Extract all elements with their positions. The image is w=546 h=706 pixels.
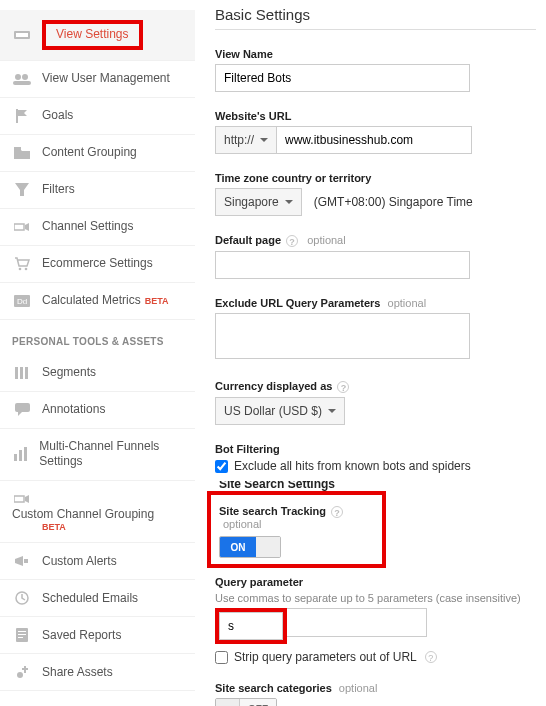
svg-point-26 bbox=[17, 672, 23, 678]
categories-label: Site search categories bbox=[215, 682, 332, 694]
nav-calculated-metrics[interactable]: Dd Calculated Metrics BETA bbox=[0, 283, 195, 320]
default-page-input[interactable] bbox=[215, 251, 470, 279]
nav-segments[interactable]: Segments bbox=[0, 355, 195, 392]
categories-toggle[interactable]: OFF bbox=[215, 698, 277, 706]
help-icon[interactable]: ? bbox=[337, 381, 349, 393]
bot-filtering-text: Exclude all hits from known bots and spi… bbox=[234, 459, 471, 473]
nav-custom-channel[interactable]: Custom Channel Grouping BETA bbox=[0, 481, 195, 544]
help-icon[interactable]: ? bbox=[286, 235, 298, 247]
nav-saved-reports[interactable]: Saved Reports bbox=[0, 617, 195, 654]
nav-channel-settings[interactable]: Channel Settings bbox=[0, 209, 195, 246]
nav-user-management[interactable]: View User Management bbox=[0, 61, 195, 98]
svg-rect-20 bbox=[24, 559, 28, 563]
nav-scheduled-emails[interactable]: Scheduled Emails bbox=[0, 580, 195, 617]
svg-rect-17 bbox=[19, 450, 22, 461]
nav-label: Share Assets bbox=[42, 665, 113, 681]
field-bot-filtering: Bot Filtering Exclude all hits from know… bbox=[215, 443, 536, 473]
nav-content-grouping[interactable]: Content Grouping bbox=[0, 135, 195, 172]
svg-rect-25 bbox=[18, 637, 23, 638]
nav-label: Saved Reports bbox=[42, 628, 121, 644]
cart-icon bbox=[12, 256, 32, 272]
nav-annotations[interactable]: Annotations bbox=[0, 392, 195, 429]
svg-rect-4 bbox=[13, 81, 31, 85]
view-name-input[interactable] bbox=[215, 64, 470, 92]
protocol-select[interactable]: http:// bbox=[215, 126, 277, 154]
users-icon bbox=[12, 71, 32, 87]
strip-query-label: Strip query parameters out of URL bbox=[234, 650, 417, 664]
funnel-icon bbox=[12, 182, 32, 198]
exclude-params-input[interactable] bbox=[215, 313, 470, 359]
nav-label: Multi-Channel Funnels Settings bbox=[39, 439, 183, 470]
nav-label: Filters bbox=[42, 182, 75, 198]
svg-rect-16 bbox=[14, 454, 17, 461]
site-search-toggle[interactable]: ON bbox=[219, 536, 281, 558]
timezone-country-select[interactable]: Singapore bbox=[215, 188, 302, 216]
sidebar: View Settings View User Management Goals… bbox=[0, 0, 195, 706]
svg-point-3 bbox=[22, 74, 28, 80]
svg-point-2 bbox=[15, 74, 21, 80]
svg-rect-6 bbox=[14, 147, 21, 150]
default-page-label: Default page bbox=[215, 234, 281, 246]
nav-share-assets[interactable]: Share Assets bbox=[0, 654, 195, 691]
query-param-input[interactable] bbox=[219, 612, 283, 640]
svg-rect-14 bbox=[25, 367, 28, 379]
nav-custom-alerts[interactable]: Custom Alerts bbox=[0, 543, 195, 580]
svg-rect-12 bbox=[15, 367, 18, 379]
svg-rect-13 bbox=[20, 367, 23, 379]
segments-icon bbox=[12, 365, 32, 381]
bars-icon bbox=[12, 446, 29, 462]
website-url-input[interactable] bbox=[277, 126, 472, 154]
metrics-icon: Dd bbox=[12, 293, 32, 309]
field-website-url: Website's URL http:// bbox=[215, 110, 536, 154]
nav-label: Ecommerce Settings bbox=[42, 256, 153, 272]
nav-mcf[interactable]: Multi-Channel Funnels Settings bbox=[0, 429, 195, 481]
field-view-name: View Name bbox=[215, 48, 536, 92]
caret-down-icon bbox=[260, 138, 268, 142]
nav-goals[interactable]: Goals bbox=[0, 98, 195, 135]
nav-ecommerce[interactable]: Ecommerce Settings bbox=[0, 246, 195, 283]
megaphone-icon bbox=[12, 553, 32, 569]
nav-label: Annotations bbox=[42, 402, 105, 418]
main-content: Basic Settings View Name Website's URL h… bbox=[195, 0, 546, 706]
svg-point-8 bbox=[19, 267, 22, 270]
highlight-query-input bbox=[215, 608, 287, 644]
query-param-label: Query parameter bbox=[215, 576, 536, 588]
nav-label: Custom Channel Grouping bbox=[12, 507, 154, 523]
site-search-label: Site search Tracking bbox=[219, 505, 326, 517]
nav-label: Segments bbox=[42, 365, 96, 381]
query-param-note: Use commas to separate up to 5 parameter… bbox=[215, 592, 536, 604]
svg-point-9 bbox=[25, 267, 28, 270]
nav-label: Goals bbox=[42, 108, 73, 124]
beta-badge: BETA bbox=[42, 522, 183, 532]
optional-text: optional bbox=[223, 518, 262, 530]
help-icon[interactable]: ? bbox=[331, 506, 343, 518]
channel-icon bbox=[12, 491, 32, 507]
nav-view-settings[interactable]: View Settings bbox=[0, 10, 195, 61]
website-url-label: Website's URL bbox=[215, 110, 536, 122]
folder-icon bbox=[12, 145, 32, 161]
field-currency: Currency displayed as ? US Dollar (USD $… bbox=[215, 380, 536, 425]
bot-filtering-checkbox[interactable] bbox=[215, 460, 228, 473]
nav-label: Calculated Metrics bbox=[42, 293, 141, 309]
field-timezone: Time zone country or territory Singapore… bbox=[215, 172, 536, 216]
bot-filtering-label: Bot Filtering bbox=[215, 443, 536, 455]
help-icon[interactable]: ? bbox=[425, 651, 437, 663]
nav-label: Channel Settings bbox=[42, 219, 133, 235]
field-site-search-categories: Site search categories optional OFF bbox=[215, 682, 536, 706]
view-name-label: View Name bbox=[215, 48, 536, 60]
caret-down-icon bbox=[328, 409, 336, 413]
timezone-text: (GMT+08:00) Singapore Time bbox=[314, 195, 473, 209]
caret-down-icon bbox=[285, 200, 293, 204]
highlight-site-search: Site Search Settings Site search Trackin… bbox=[207, 491, 386, 568]
page-title: Basic Settings bbox=[215, 6, 536, 30]
share-icon bbox=[12, 664, 32, 680]
strip-query-checkbox[interactable] bbox=[215, 651, 228, 664]
nav-label: View Settings bbox=[56, 27, 129, 41]
clock-icon bbox=[12, 590, 32, 606]
optional-text: optional bbox=[307, 234, 346, 246]
nav-filters[interactable]: Filters bbox=[0, 172, 195, 209]
timezone-label: Time zone country or territory bbox=[215, 172, 536, 184]
exclude-params-label: Exclude URL Query Parameters bbox=[215, 297, 380, 309]
currency-select[interactable]: US Dollar (USD $) bbox=[215, 397, 345, 425]
svg-rect-7 bbox=[14, 224, 24, 230]
